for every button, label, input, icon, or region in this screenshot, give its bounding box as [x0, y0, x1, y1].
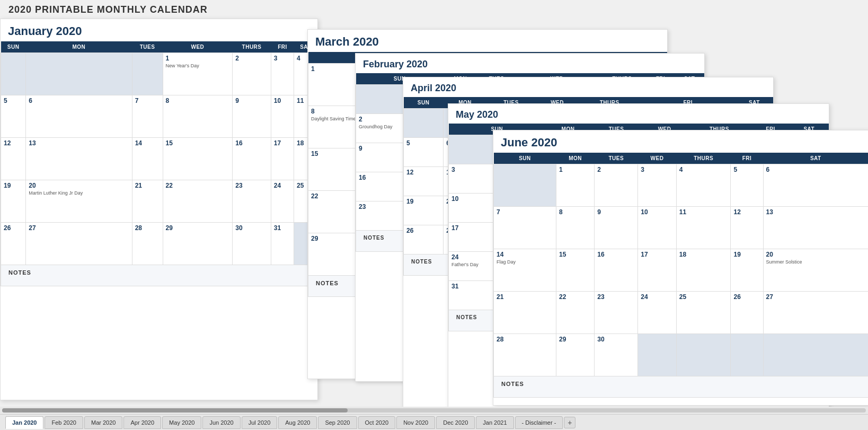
jun-col-thurs: THURS — [676, 153, 731, 164]
table-row: 7 8 9 10 11 12 13 — [494, 207, 869, 249]
table-row: 5 — [731, 164, 763, 207]
table-row — [638, 334, 676, 376]
table-row: 12 — [404, 167, 444, 196]
notes-row: NOTES — [494, 376, 869, 398]
jan-col-tues: TUES — [132, 41, 163, 53]
tab-nov-2020[interactable]: Nov 2020 — [396, 416, 435, 429]
table-row — [1, 53, 26, 95]
notes-label: NOTES — [1, 265, 317, 286]
table-row — [132, 53, 163, 95]
table-row: 14Flag Day 15 16 17 18 19 20Summer Solst… — [494, 249, 869, 292]
table-row: 27 — [763, 292, 868, 334]
table-row: 7 — [132, 95, 163, 138]
table-row: 19 — [731, 249, 763, 292]
table-row — [676, 334, 731, 376]
table-row: 27 — [26, 223, 132, 265]
table-row: 26 — [731, 292, 763, 334]
tab-add-button[interactable]: + — [564, 417, 575, 428]
april-title: April 2020 — [403, 77, 773, 97]
table-row: 1New Year's Day 2 3 4 — [1, 53, 317, 95]
table-row: 28 — [132, 223, 163, 265]
tab-mar-2020[interactable]: Mar 2020 — [84, 416, 122, 429]
table-row: 2 — [595, 164, 638, 207]
jan-col-sun: SUN — [1, 41, 26, 53]
tab-aug-2020[interactable]: Aug 2020 — [278, 416, 317, 429]
tab-apr-2020[interactable]: Apr 2020 — [123, 416, 161, 429]
page-title: 2020 PRINTABLE MONTHLY CALENDAR — [8, 4, 208, 15]
table-row: 10 — [271, 95, 294, 138]
tab-oct-2020[interactable]: Oct 2020 — [358, 416, 396, 429]
table-row: 1New Year's Day — [163, 53, 233, 95]
table-row: 19 — [404, 196, 444, 225]
table-row: 22 — [163, 180, 233, 223]
jan-col-wed: WED — [163, 41, 233, 53]
tab-disclaimer[interactable]: - Disclaimer - — [515, 416, 563, 429]
jun-col-sat: SAT — [763, 153, 868, 164]
table-row: 26 27 28 29 30 31 — [1, 223, 317, 265]
jun-col-tues: TUES — [595, 153, 638, 164]
table-row: 21 22 23 24 25 26 27 — [494, 292, 869, 334]
table-row — [494, 164, 556, 207]
table-row: 26 — [404, 225, 444, 255]
notes-row: NOTES — [1, 265, 317, 286]
table-row: 17 — [638, 249, 676, 292]
table-row: 2 — [233, 53, 271, 95]
table-row: 13 — [763, 207, 868, 249]
january-grid: SUN MON TUES WED THURS FRI SAT 1New Y — [1, 41, 317, 286]
table-row: 10 — [638, 207, 676, 249]
table-row: 3 — [638, 164, 676, 207]
jan-col-fri: FRI — [271, 41, 294, 53]
table-row: 26 — [1, 223, 26, 265]
table-row: 22 — [556, 292, 594, 334]
tab-feb-2020[interactable]: Feb 2020 — [45, 416, 83, 429]
table-row: 4 — [676, 164, 731, 207]
table-row: 30 — [233, 223, 271, 265]
tab-jun-2020[interactable]: Jun 2020 — [202, 416, 240, 429]
jan-col-mon: MON — [26, 41, 132, 53]
table-row: 18 — [676, 249, 731, 292]
main-container: 2020 PRINTABLE MONTHLY CALENDAR January … — [0, 0, 868, 430]
table-row: 14Flag Day — [494, 249, 556, 292]
tab-sep-2020[interactable]: Sep 2020 — [318, 416, 357, 429]
table-row: 5 — [404, 138, 444, 167]
calendar-january: January 2020 SUN MON TUES WED THURS FRI … — [0, 19, 318, 400]
table-row: 12 — [731, 207, 763, 249]
table-row: 21 — [494, 292, 556, 334]
table-row: 28 29 30 — [494, 334, 869, 376]
february-title: February 2020 — [356, 54, 704, 73]
table-row — [731, 334, 763, 376]
tab-bar: Jan 2020 Feb 2020 Mar 2020 Apr 2020 May … — [0, 414, 868, 430]
table-row: 21 — [132, 180, 163, 223]
apr-col-sun: SUN — [404, 97, 444, 109]
table-row: 31 — [271, 223, 294, 265]
table-row: 24 — [271, 180, 294, 223]
jun-col-sun: SUN — [494, 153, 556, 164]
table-row: 29 — [556, 334, 594, 376]
table-row: 19 — [1, 180, 26, 223]
table-row: 23 — [233, 180, 271, 223]
table-row: 23 — [595, 292, 638, 334]
table-row — [404, 109, 444, 138]
table-row: 20Martin Luther King Jr Day — [26, 180, 132, 223]
table-row: 29 — [163, 223, 233, 265]
tab-jul-2020[interactable]: Jul 2020 — [242, 416, 278, 429]
table-row: 8 — [556, 207, 594, 249]
table-row — [26, 53, 132, 95]
tab-dec-2020[interactable]: Dec 2020 — [436, 416, 475, 429]
table-row: 14 — [132, 138, 163, 180]
tab-jan-2021[interactable]: Jan 2021 — [476, 416, 513, 429]
scrollbar-thumb[interactable] — [2, 408, 348, 413]
table-row: 28 — [494, 334, 556, 376]
scrollbar-area[interactable] — [0, 407, 868, 414]
tab-jan-2020[interactable]: Jan 2020 — [5, 416, 43, 429]
jan-col-thurs: THURS — [233, 41, 271, 53]
table-row: 16 — [595, 249, 638, 292]
table-row: 12 — [1, 138, 26, 180]
tab-may-2020[interactable]: May 2020 — [162, 416, 201, 429]
table-row: 17 — [271, 138, 294, 180]
table-row: 15 — [556, 249, 594, 292]
june-title: June 2020 — [493, 130, 868, 153]
scrollbar-track[interactable] — [2, 408, 866, 413]
table-row: 7 — [494, 207, 556, 249]
jun-col-mon: MON — [556, 153, 594, 164]
